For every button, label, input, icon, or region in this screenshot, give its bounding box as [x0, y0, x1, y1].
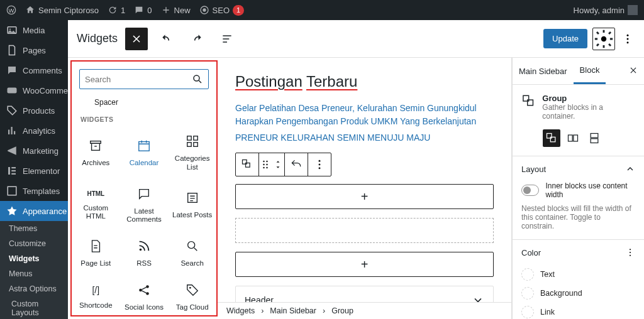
avatar: [628, 5, 638, 15]
block-search[interactable]: Search: [168, 232, 216, 276]
link-swatch: [521, 306, 534, 318]
color-text[interactable]: Text: [521, 265, 635, 284]
variation-stack[interactable]: [586, 129, 603, 147]
tab-widget-area[interactable]: Main Sidebar: [513, 59, 574, 84]
svg-point-54: [630, 252, 631, 253]
color-background[interactable]: Background: [521, 284, 635, 303]
group-icon: [521, 94, 536, 109]
menu-products[interactable]: Products: [0, 100, 68, 121]
site-name-link[interactable]: Semin Ciptoroso: [25, 5, 99, 15]
block-shortcode[interactable]: [/]Shortcode: [72, 276, 120, 316]
submenu-widgets[interactable]: Widgets: [0, 251, 68, 266]
svg-rect-10: [8, 187, 16, 195]
update-button[interactable]: Update: [543, 29, 587, 48]
crumb-sidebar[interactable]: Main Sidebar: [270, 306, 316, 315]
placeholder-block[interactable]: [235, 218, 494, 243]
block-desc: Gather blocks in a container.: [542, 103, 635, 121]
comments-link[interactable]: 0: [134, 5, 152, 15]
svg-rect-51: [591, 134, 598, 138]
menu-pages[interactable]: Pages: [0, 40, 68, 60]
variation-group[interactable]: [543, 129, 560, 147]
svg-rect-49: [569, 135, 573, 141]
drag-handle[interactable]: [259, 153, 272, 176]
list-view-button[interactable]: [216, 28, 238, 50]
panel-layout: Layout Inner blocks use content width Ne…: [513, 156, 644, 239]
menu-templates[interactable]: Templates: [0, 181, 68, 201]
menu-comments[interactable]: Comments: [0, 60, 68, 80]
block-rss[interactable]: RSS: [120, 232, 169, 276]
color-link[interactable]: Link: [521, 303, 635, 319]
undo-button[interactable]: [155, 28, 178, 50]
menu-woocommerce[interactable]: WooCommerce: [0, 80, 68, 100]
block-custom-html[interactable]: HTMLCustom HTML: [72, 180, 120, 232]
block-appender-1[interactable]: +: [235, 184, 494, 209]
panel-color-header[interactable]: Color: [513, 240, 644, 265]
move-button[interactable]: [272, 153, 284, 176]
block-latest-comments[interactable]: Latest Comments: [120, 180, 169, 232]
block-archives[interactable]: Archives: [72, 127, 120, 180]
block-calendar[interactable]: Calendar: [120, 127, 169, 180]
block-categories[interactable]: Categories List: [168, 127, 216, 180]
svg-point-29: [146, 292, 149, 295]
menu-elementor[interactable]: Elementor: [0, 161, 68, 181]
menu-analytics[interactable]: Analytics: [0, 121, 68, 141]
block-inserter-panel: Spacer WIDGETS Archives Calendar Categor…: [70, 60, 218, 316]
wp-logo[interactable]: [6, 5, 16, 15]
breadcrumb: Widgets› Main Sidebar› Group: [218, 302, 511, 319]
svg-rect-19: [139, 141, 150, 151]
content-width-toggle-row: Inner blocks use content width: [521, 181, 635, 199]
updates-count: 1: [121, 6, 125, 15]
bg-swatch: [521, 287, 534, 300]
new-link[interactable]: New: [161, 5, 191, 15]
seo-link[interactable]: SEO1: [199, 5, 244, 16]
editor-canvas: Postingan Terbaru Gelar Pelatihan Desa P…: [218, 58, 512, 319]
block-appender-2[interactable]: +: [235, 252, 494, 277]
submenu-menus[interactable]: Menus: [0, 266, 68, 281]
variation-row[interactable]: [564, 129, 582, 147]
search-input[interactable]: [85, 75, 192, 84]
transform-button[interactable]: [285, 153, 308, 176]
svg-point-25: [140, 249, 142, 251]
svg-point-44: [319, 167, 321, 169]
block-page-list[interactable]: Page List: [72, 232, 120, 276]
content-width-toggle[interactable]: [521, 185, 539, 196]
menu-marketing[interactable]: Marketing: [0, 141, 68, 161]
tab-block[interactable]: Block: [574, 58, 606, 84]
menu-media[interactable]: Media: [0, 20, 68, 40]
svg-rect-22: [187, 143, 191, 146]
svg-rect-52: [591, 139, 598, 143]
block-more-button[interactable]: [308, 153, 331, 176]
block-type-button[interactable]: [236, 153, 258, 176]
menu-appearance[interactable]: Appearance: [0, 201, 68, 221]
close-settings-button[interactable]: [623, 66, 644, 77]
settings-toggle-button[interactable]: [592, 28, 615, 50]
text-swatch: [521, 268, 534, 281]
svg-point-55: [630, 255, 631, 256]
close-inserter-button[interactable]: [125, 28, 148, 50]
crumb-group[interactable]: Group: [331, 306, 353, 315]
block-latest-posts[interactable]: Latest Posts: [168, 180, 216, 232]
group-variations: [513, 129, 644, 156]
content-width-label: Inner blocks use content width: [545, 181, 635, 199]
submenu-astra[interactable]: Astra Options: [0, 281, 68, 296]
block-tag-cloud[interactable]: Tag Cloud: [168, 276, 216, 316]
post-link-2[interactable]: PRENEUR KELURAHAN SEMIN MENUJU MAJU: [235, 131, 494, 144]
howdy-link[interactable]: Howdy, admin: [574, 5, 638, 15]
latest-posts-heading: Postingan Terbaru: [235, 73, 494, 90]
updates-link[interactable]: 1: [108, 5, 125, 15]
svg-point-26: [187, 242, 194, 249]
submenu-themes[interactable]: Themes: [0, 221, 68, 236]
block-spacer[interactable]: Spacer: [72, 97, 216, 107]
panel-layout-header[interactable]: Layout: [513, 156, 644, 181]
post-link-1[interactable]: Gelar Pelatihan Desa Preneur, Kelurahan …: [235, 102, 494, 128]
crumb-widgets[interactable]: Widgets: [226, 306, 255, 315]
inserter-search[interactable]: [79, 69, 209, 89]
submenu-customize[interactable]: Customize: [0, 236, 68, 251]
svg-point-14: [627, 38, 629, 40]
redo-button[interactable]: [186, 28, 208, 50]
block-social-icons[interactable]: Social Icons: [120, 276, 169, 316]
more-options-button[interactable]: [620, 28, 635, 50]
submenu-custom-layouts[interactable]: Custom Layouts: [0, 296, 68, 319]
svg-rect-34: [243, 160, 247, 165]
svg-rect-20: [187, 136, 191, 140]
